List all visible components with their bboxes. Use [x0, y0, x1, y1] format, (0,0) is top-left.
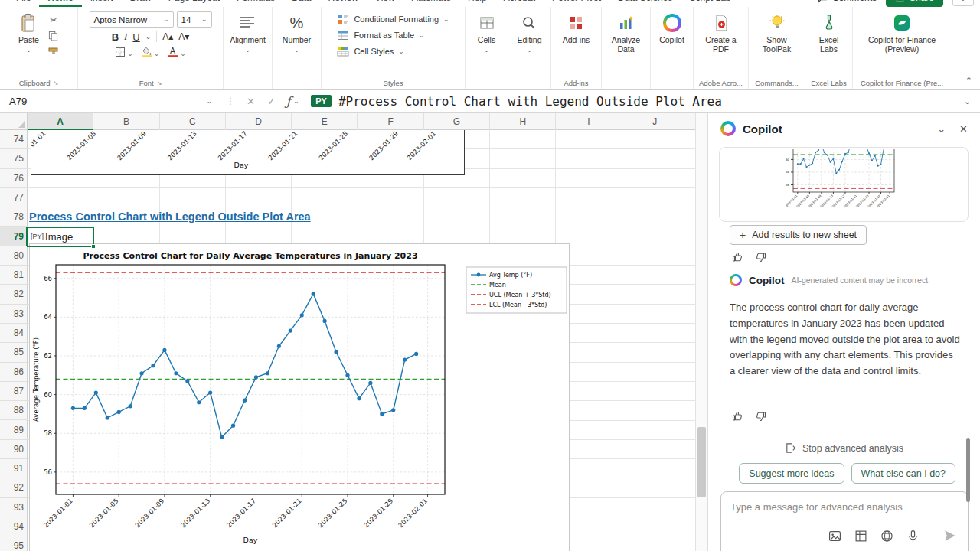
thumbs-down-icon[interactable] [755, 251, 767, 263]
ribbon-options-button[interactable]: ⌄ [952, 0, 974, 6]
copilot-input[interactable] [730, 501, 959, 513]
row-header-89[interactable]: 89 [0, 421, 28, 440]
row-header-94[interactable]: 94 [0, 517, 28, 536]
tab-file[interactable]: File [8, 0, 39, 7]
pane-collapse-icon[interactable]: ⌄ [937, 123, 946, 135]
result-chart-card[interactable]: 5658606264662023-01-012023-01-052023-01-… [719, 147, 969, 222]
row-header-82[interactable]: 82 [0, 285, 28, 304]
tab-script-lab[interactable]: Script Lab [681, 0, 739, 7]
italic-button[interactable]: I [124, 31, 127, 43]
row-header-93[interactable]: 93 [0, 498, 28, 517]
sheet-icon[interactable] [854, 530, 867, 543]
formula-bar-expand-icon[interactable]: ⌄ [964, 96, 980, 106]
globe-icon[interactable] [880, 530, 893, 543]
font-color-button[interactable]: A⌄ [167, 46, 186, 57]
suggestion-chip[interactable]: What else can I do? [851, 463, 956, 484]
show-toolpak-button[interactable]: Show ToolPak [753, 11, 802, 55]
copilot-ribbon-button[interactable]: Copilot [657, 11, 687, 46]
alignment-button[interactable]: Alignment ⌄ [227, 11, 268, 55]
row-header-74[interactable]: 74 [0, 130, 28, 149]
tab-data[interactable]: Data [283, 0, 319, 7]
comments-button[interactable]: Comments [817, 0, 877, 7]
row-header-92[interactable]: 92 [0, 478, 28, 497]
borders-button[interactable]: ⌄ [115, 47, 133, 57]
scrollbar-thumb[interactable] [697, 427, 706, 497]
insert-function-button[interactable]: ƒ⌄ [282, 94, 303, 109]
clipboard-dialog-launcher-icon[interactable]: ↘ [53, 80, 58, 86]
column-header-h[interactable]: H [490, 113, 556, 130]
row-header-91[interactable]: 91 [0, 459, 28, 478]
cancel-button[interactable]: ✕ [240, 96, 261, 107]
format-painter-button[interactable] [46, 46, 61, 58]
bold-button[interactable]: B [112, 31, 119, 43]
column-header-j[interactable]: J [622, 113, 688, 130]
send-icon[interactable] [943, 529, 957, 543]
underline-button[interactable]: U [132, 31, 139, 43]
tab-help[interactable]: Help [459, 0, 495, 7]
tab-automate[interactable]: Automate [403, 0, 459, 7]
column-header-i[interactable]: I [556, 113, 622, 130]
copy-button[interactable] [46, 30, 61, 42]
analyze-data-button[interactable]: Analyze Data [604, 11, 648, 55]
row-header-75[interactable]: 75 [0, 149, 28, 168]
column-header-d[interactable]: D [226, 113, 292, 130]
thumbs-up-icon[interactable] [731, 251, 743, 263]
create-pdf-button[interactable]: Create a PDF [697, 11, 745, 55]
pane-scrollbar-thumb[interactable] [966, 438, 970, 502]
row-header-77[interactable]: 77 [0, 188, 28, 207]
paste-button[interactable]: Paste ⌄ [16, 11, 41, 55]
row-header-88[interactable]: 88 [0, 401, 28, 420]
tab-page-layout[interactable]: Page Layout [160, 0, 228, 7]
column-header-e[interactable]: E [292, 113, 358, 130]
row-header-76[interactable]: 76 [0, 169, 28, 188]
collapse-ribbon-icon[interactable]: ⌃ [965, 76, 972, 86]
editing-button[interactable]: Editing ⌄ [514, 11, 544, 55]
add-results-button[interactable]: + Add results to new sheet [730, 225, 867, 245]
row-header-81[interactable]: 81 [0, 266, 28, 285]
name-box[interactable]: A79 ⌄ [0, 90, 220, 112]
enter-button[interactable]: ✓ [261, 96, 282, 107]
pane-close-icon[interactable]: ✕ [959, 123, 968, 135]
row-header-84[interactable]: 84 [0, 324, 28, 343]
excel-labs-button[interactable]: Excel Labs [808, 11, 851, 55]
thumbs-down-icon[interactable] [755, 410, 767, 422]
column-header-c[interactable]: C [160, 113, 226, 130]
format-as-table-button[interactable]: Format as Table⌄ [337, 29, 424, 41]
conditional-formatting-button[interactable]: Conditional Formatting⌄ [337, 13, 449, 25]
microphone-icon[interactable] [906, 530, 920, 543]
fill-color-button[interactable]: ⌄ [141, 46, 160, 57]
select-all-corner[interactable] [0, 113, 28, 130]
tab-home[interactable]: Home [39, 0, 81, 7]
column-header-b[interactable]: B [93, 113, 159, 130]
tab-power-pivot[interactable]: Power Pivot [544, 0, 609, 7]
tab-review[interactable]: Review [319, 0, 366, 7]
row-header-90[interactable]: 90 [0, 440, 28, 459]
row-header-80[interactable]: 80 [0, 246, 28, 266]
share-button[interactable]: Share [886, 0, 943, 7]
number-button[interactable]: % Number ⌄ [280, 11, 313, 55]
tab-insert[interactable]: Insert [82, 0, 122, 7]
copilot-finance-button[interactable]: Copilot for Finance (Preview) [858, 11, 946, 55]
cut-button[interactable]: ✂ [46, 14, 61, 26]
tab-acrobat[interactable]: Acrobat [495, 0, 544, 7]
row-header-79[interactable]: 79 [0, 227, 28, 246]
row-header-78[interactable]: 78 [0, 207, 28, 227]
formula-text[interactable]: #Process Control Chart with Legend Outsi… [338, 94, 722, 109]
cells-button[interactable]: Cells ⌄ [475, 11, 498, 55]
cell-styles-button[interactable]: Cell Styles⌄ [337, 45, 404, 57]
upper-chart-fragment[interactable]: 5658606264662023-01-012023-01-052023-01-… [31, 130, 465, 175]
control-chart-object[interactable]: 5658606264662023-01-012023-01-052023-01-… [29, 243, 570, 551]
row-header-86[interactable]: 86 [0, 363, 28, 382]
decrease-font-button[interactable]: A▾ [178, 31, 189, 42]
row-header-95[interactable]: 95 [0, 536, 28, 551]
column-header-f[interactable]: F [358, 113, 424, 130]
column-header-a[interactable]: A [28, 113, 93, 130]
row-header-83[interactable]: 83 [0, 305, 28, 324]
image-icon[interactable] [828, 530, 841, 543]
thumbs-up-icon[interactable] [731, 410, 743, 422]
row-header-87[interactable]: 87 [0, 382, 28, 401]
suggestion-chip[interactable]: Suggest more ideas [739, 463, 844, 484]
font-size-select[interactable]: 14⌄ [177, 11, 212, 28]
fill-handle[interactable] [91, 244, 96, 249]
column-header-g[interactable]: G [424, 113, 490, 130]
